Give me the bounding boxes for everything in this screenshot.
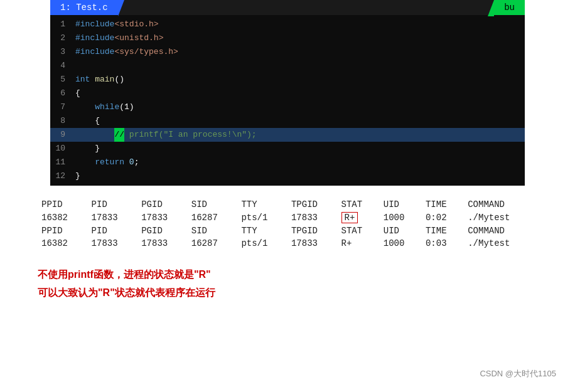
table-cell: pts/1 — [237, 211, 288, 225]
code-line: 6{ — [50, 87, 525, 100]
code-line: 5int main() — [50, 73, 525, 87]
table-header: SID — [188, 225, 238, 237]
table-cell: 1000 — [380, 211, 422, 225]
table-header: PID — [88, 198, 138, 211]
table-header: TPGID — [288, 225, 338, 237]
table-header: STAT — [338, 198, 380, 211]
line-number: 1 — [50, 18, 73, 31]
active-tab[interactable]: 1: Test.c — [50, 0, 118, 15]
table-cell: 0:03 — [422, 237, 464, 250]
line-content: while(1) — [73, 100, 134, 114]
code-line: 3#include<sys/types.h> — [50, 45, 525, 59]
code-line: 9 // printf("I an process!\n"); — [50, 128, 525, 142]
line-number: 5 — [50, 73, 73, 87]
table-header: PGID — [137, 198, 188, 211]
table-header: PPID — [38, 225, 88, 237]
line-number: 11 — [50, 156, 73, 169]
line-number: 4 — [50, 59, 73, 73]
line-number: 8 — [50, 114, 73, 128]
line-number: 2 — [50, 31, 73, 45]
line-number: 9 — [50, 128, 73, 142]
line-number: 10 — [50, 142, 73, 156]
process-section: PPIDPIDPGIDSIDTTYTPGIDSTATUIDTIMECOMMAND… — [0, 186, 575, 256]
table-header: PPID — [38, 198, 88, 211]
code-editor: 1: Test.c bu 1#include<stdio.h>2#include… — [50, 0, 525, 186]
table-header: TTY — [237, 198, 288, 211]
comment-line2: 可以大致认为"R"状态就代表程序在运行 — [38, 284, 537, 302]
line-content: } — [73, 142, 100, 156]
table-cell: 17833 — [88, 211, 138, 225]
table-cell: ./Mytest — [464, 211, 537, 225]
table-header: TPGID — [288, 198, 338, 211]
table-cell: 16382 — [38, 237, 88, 250]
tab-button[interactable]: bu — [494, 0, 525, 15]
table-row: PPIDPIDPGIDSIDTTYTPGIDSTATUIDTIMECOMMAND — [38, 225, 537, 237]
table-header: PID — [88, 225, 138, 237]
table-header: UID — [380, 198, 422, 211]
table-row: 16382178331783316287pts/117833R+10000:03… — [38, 237, 537, 250]
table-header: STAT — [338, 225, 380, 237]
table-cell: ./Mytest — [464, 237, 537, 250]
table-cell: 16382 — [38, 211, 88, 225]
table-header: TTY — [237, 225, 288, 237]
line-content: // printf("I an process!\n"); — [73, 128, 257, 142]
table-cell: 17833 — [137, 237, 188, 250]
table-cell: 17833 — [137, 211, 188, 225]
watermark: CSDN @大时代1105 — [480, 368, 556, 379]
table-header: SID — [188, 198, 238, 211]
table-header: UID — [380, 225, 422, 237]
line-content: { — [73, 87, 80, 100]
table-row: 16382178331783316287pts/117833R+10000:02… — [38, 211, 537, 225]
table-cell: 1000 — [380, 237, 422, 250]
line-content: { — [73, 114, 100, 128]
code-line: 11 return 0; — [50, 156, 525, 169]
code-line: 4 — [50, 59, 525, 73]
line-content: #include<unistd.h> — [73, 31, 163, 45]
table-cell: 16287 — [188, 211, 238, 225]
table-cell: 17833 — [88, 237, 138, 250]
line-number: 6 — [50, 87, 73, 100]
line-content: #include<sys/types.h> — [73, 45, 178, 59]
process-table: PPIDPIDPGIDSIDTTYTPGIDSTATUIDTIMECOMMAND… — [38, 198, 537, 250]
line-number: 12 — [50, 169, 73, 183]
table-cell: 0:02 — [422, 211, 464, 225]
comment-section: 不使用printf函数，进程的状态就是"R" 可以大致认为"R"状态就代表程序在… — [0, 256, 575, 309]
line-number: 3 — [50, 45, 73, 59]
table-row: PPIDPIDPGIDSIDTTYTPGIDSTATUIDTIMECOMMAND — [38, 198, 537, 211]
line-content: int main() — [73, 73, 124, 87]
code-line: 8 { — [50, 114, 525, 128]
table-header: TIME — [422, 225, 464, 237]
code-line: 1#include<stdio.h> — [50, 18, 525, 31]
line-content: return 0; — [73, 156, 139, 169]
table-header: TIME — [422, 198, 464, 211]
comment-line1: 不使用printf函数，进程的状态就是"R" — [38, 266, 537, 284]
line-number: 7 — [50, 100, 73, 114]
table-cell: 17833 — [288, 211, 338, 225]
line-content: #include<stdio.h> — [73, 18, 159, 31]
table-header: PGID — [137, 225, 188, 237]
table-header: COMMAND — [464, 225, 537, 237]
table-cell: R+ — [338, 237, 380, 250]
table-header: COMMAND — [464, 198, 537, 211]
line-content — [73, 59, 75, 73]
table-cell: 16287 — [188, 237, 238, 250]
code-line: 2#include<unistd.h> — [50, 31, 525, 45]
table-cell: R+ — [338, 211, 380, 225]
code-line: 12} — [50, 169, 525, 183]
line-content: } — [73, 169, 80, 183]
code-body: 1#include<stdio.h>2#include<unistd.h>3#i… — [50, 15, 525, 186]
table-cell: pts/1 — [237, 237, 288, 250]
table-cell: 17833 — [288, 237, 338, 250]
tab-bar: 1: Test.c bu — [50, 0, 525, 15]
code-line: 7 while(1) — [50, 100, 525, 114]
code-line: 10 } — [50, 142, 525, 156]
